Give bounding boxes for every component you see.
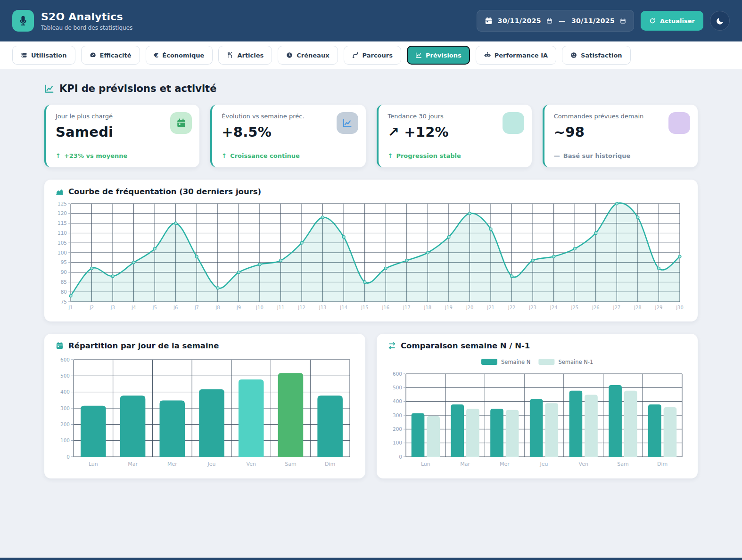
svg-text:Semaine N-1: Semaine N-1 xyxy=(558,359,593,365)
arrow-up-icon: ↑ xyxy=(222,152,227,159)
kpi-trend-text: Progression stable xyxy=(396,152,461,159)
euro-icon: € xyxy=(154,52,159,58)
svg-text:J5: J5 xyxy=(152,305,157,310)
svg-text:J7: J7 xyxy=(194,305,199,310)
tab--conomique[interactable]: €Économique xyxy=(146,46,213,65)
tab-pr-visions[interactable]: Prévisions xyxy=(407,46,470,65)
tab-performance-ia[interactable]: Performance IA xyxy=(476,46,556,65)
kpi-section-header: KPI de prévisions et activité xyxy=(44,83,698,94)
kpi-badge xyxy=(503,112,524,134)
svg-text:J27: J27 xyxy=(613,305,621,310)
tab-efficacit-[interactable]: Efficacité xyxy=(81,46,140,65)
kpi-value: +8.5% xyxy=(222,124,356,140)
svg-text:J10: J10 xyxy=(256,305,264,310)
chart-title: Courbe de fréquentation (30 derniers jou… xyxy=(68,187,261,196)
kpi-trend: ↑Progression stable xyxy=(388,152,522,159)
svg-text:85: 85 xyxy=(61,279,67,285)
svg-text:J21: J21 xyxy=(486,305,495,310)
svg-text:Sam: Sam xyxy=(285,461,296,467)
minus-icon: — xyxy=(554,152,560,159)
svg-text:J17: J17 xyxy=(403,305,411,310)
svg-text:Lun: Lun xyxy=(89,461,98,467)
svg-text:Mar: Mar xyxy=(128,461,138,467)
svg-text:J28: J28 xyxy=(634,305,642,310)
svg-text:500: 500 xyxy=(60,373,70,379)
kpi-trend-text: Croissance continue xyxy=(230,152,300,159)
tab-parcours[interactable]: Parcours xyxy=(344,46,401,65)
date-to-input[interactable]: 30/11/2025 xyxy=(571,17,615,25)
tab-label: Articles xyxy=(237,52,264,59)
svg-text:90: 90 xyxy=(61,269,67,275)
bottom-bar xyxy=(0,558,742,560)
app-heading: S2O Analytics Tableau de bord des statis… xyxy=(41,11,132,31)
bar-charts-row: Répartition par jour de la semaine 01002… xyxy=(44,334,698,478)
svg-text:Ven: Ven xyxy=(579,461,588,467)
date-from-input[interactable]: 30/11/2025 xyxy=(498,17,541,25)
clock-icon xyxy=(286,52,293,58)
frequentation-chart-card: Courbe de fréquentation (30 derniers jou… xyxy=(44,180,698,321)
weekday-chart-card: Répartition par jour de la semaine 01002… xyxy=(44,334,365,478)
tab-label: Économique xyxy=(162,52,204,59)
svg-text:Jeu: Jeu xyxy=(207,461,216,467)
refresh-button[interactable]: Actualiser xyxy=(641,11,703,31)
app-subtitle: Tableau de bord des statistiques xyxy=(41,25,132,31)
chart-line-badge-icon xyxy=(337,112,358,134)
svg-text:Dim: Dim xyxy=(657,461,668,467)
calendar-picker-icon[interactable] xyxy=(546,18,552,24)
kpi-trend-text: +23% vs moyenne xyxy=(64,152,127,159)
svg-text:J4: J4 xyxy=(131,305,136,310)
svg-text:J11: J11 xyxy=(277,305,285,310)
svg-text:J30: J30 xyxy=(676,305,684,310)
tab-utilisation[interactable]: Utilisation xyxy=(12,46,75,65)
refresh-icon xyxy=(649,17,656,24)
svg-text:100: 100 xyxy=(393,440,402,445)
tab-label: Efficacité xyxy=(100,52,132,59)
svg-text:J9: J9 xyxy=(236,305,241,310)
svg-text:400: 400 xyxy=(393,398,402,404)
kpi-card: Tendance 30 jours↗ +12%↑Progression stab… xyxy=(377,105,532,167)
kpi-value: ↗ +12% xyxy=(388,124,522,140)
svg-text:300: 300 xyxy=(393,412,402,418)
svg-text:J3: J3 xyxy=(110,305,115,310)
svg-text:J19: J19 xyxy=(445,305,453,310)
kpi-card: Commandes prévues demain~98—Basé sur his… xyxy=(543,105,698,167)
chart-line-icon xyxy=(342,118,352,128)
route-icon xyxy=(352,52,359,58)
svg-text:J13: J13 xyxy=(319,305,327,310)
tab-cr-neaux[interactable]: Créneaux xyxy=(278,46,338,65)
chart-card-header: Courbe de fréquentation (30 derniers jou… xyxy=(56,187,686,196)
date-separator: — xyxy=(558,17,566,25)
svg-text:300: 300 xyxy=(60,405,70,411)
dark-mode-toggle[interactable] xyxy=(710,11,730,31)
swap-arrows-icon xyxy=(388,342,396,350)
tab-articles[interactable]: Articles xyxy=(218,46,272,65)
tab-satisfaction[interactable]: Satisfaction xyxy=(562,46,631,65)
chart-card-header: Répartition par jour de la semaine xyxy=(56,341,354,350)
chart-title: Comparaison semaine N / N-1 xyxy=(401,341,530,350)
svg-text:Sam: Sam xyxy=(617,461,628,467)
refresh-button-label: Actualiser xyxy=(660,17,695,25)
svg-text:J8: J8 xyxy=(215,305,220,310)
kpi-label: Tendance 30 jours xyxy=(388,113,522,120)
tab-label: Satisfaction xyxy=(581,52,622,59)
svg-text:110: 110 xyxy=(58,230,67,236)
kpi-card: Jour le plus chargéSamedi↑+23% vs moyenn… xyxy=(44,105,199,167)
svg-text:J2: J2 xyxy=(89,305,94,310)
section-title: KPI de prévisions et activité xyxy=(59,83,216,94)
svg-text:J26: J26 xyxy=(592,305,600,310)
svg-text:200: 200 xyxy=(60,421,70,427)
app-logo xyxy=(12,10,34,32)
svg-text:Semaine N: Semaine N xyxy=(501,359,530,365)
header-actions: 30/11/2025 — 30/11/2025 Actualiser xyxy=(477,10,730,32)
svg-text:0: 0 xyxy=(399,454,402,460)
svg-text:95: 95 xyxy=(61,259,67,265)
app-header: S2O Analytics Tableau de bord des statis… xyxy=(0,0,742,41)
svg-text:J24: J24 xyxy=(550,305,558,310)
smiley-icon xyxy=(570,52,577,58)
svg-text:Mar: Mar xyxy=(460,461,470,467)
tab-label: Parcours xyxy=(363,52,393,59)
svg-text:600: 600 xyxy=(60,357,70,362)
chart-title: Répartition par jour de la semaine xyxy=(68,341,219,350)
calendar-picker-icon[interactable] xyxy=(620,18,626,24)
robot-icon xyxy=(484,52,491,58)
